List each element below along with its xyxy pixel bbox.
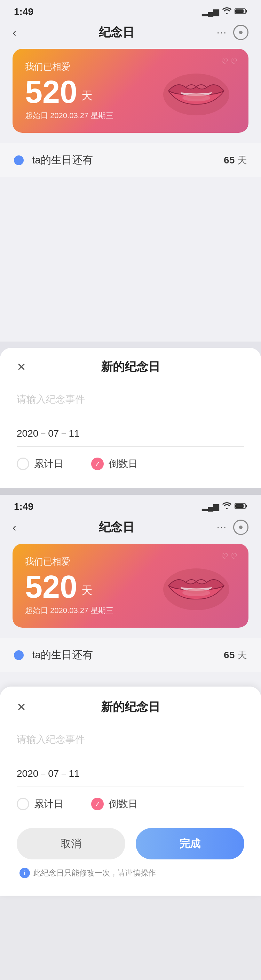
status-icons-1: ▂▄▆ xyxy=(202,7,247,17)
confirm-button[interactable]: 完成 xyxy=(136,828,244,859)
love-card-unit-2: 天 xyxy=(81,583,93,598)
info-symbol: i xyxy=(24,870,25,877)
info-icon: i xyxy=(19,868,30,878)
option-countdown-1[interactable]: ✓ 倒数日 xyxy=(91,457,138,471)
nav-actions-2: ··· xyxy=(217,520,248,535)
radio-cumulative-2 xyxy=(17,798,29,810)
svg-rect-2 xyxy=(235,10,244,13)
love-card-1: ♡ ♡ 我们已相爱 520 天 起始日 2020.03.27 星期三 xyxy=(13,49,248,133)
modal-header-1: ✕ 新的纪念日 xyxy=(17,359,244,375)
modal-sheet-1: ✕ 新的纪念日 2020－07－11 累计日 ✓ 倒数日 xyxy=(0,348,261,488)
svg-point-11 xyxy=(187,588,206,594)
list-item-right-2: 65 天 xyxy=(224,649,247,662)
status-time-1: 1:49 xyxy=(14,6,33,18)
modal-date-2[interactable]: 2020－07－11 xyxy=(17,761,244,787)
more-button-2[interactable]: ··· xyxy=(217,522,227,533)
target-inner-2 xyxy=(239,525,242,529)
nav-bar-1: ‹ 纪念日 ··· xyxy=(0,21,261,45)
footer-note-text: 此纪念日只能修改一次，请谨慎操作 xyxy=(33,868,156,878)
modal-options-2: 累计日 ✓ 倒数日 xyxy=(17,797,244,811)
modal-input-section-2 xyxy=(17,729,244,750)
list-item-left-2: ta的生日还有 xyxy=(14,648,93,662)
modal-date-1[interactable]: 2020－07－11 xyxy=(17,421,244,447)
radio-cumulative-1 xyxy=(17,458,29,470)
target-button-1[interactable] xyxy=(233,25,248,40)
svg-rect-8 xyxy=(235,504,244,508)
list-item-days-unit-2: 天 xyxy=(237,650,247,660)
close-button-2[interactable]: ✕ xyxy=(17,700,26,714)
radio-countdown-label-2: 倒数日 xyxy=(109,797,138,811)
signal-icon-2: ▂▄▆ xyxy=(202,502,219,511)
modal-options-1: 累计日 ✓ 倒数日 xyxy=(17,457,244,471)
radio-countdown-label-1: 倒数日 xyxy=(109,457,138,471)
screen1: 1:49 ▂▄▆ ‹ 纪念日 ··· ♡ ♡ 我们已相爱 520 xyxy=(0,0,261,488)
wifi-icon-2 xyxy=(222,502,232,512)
back-button-1[interactable]: ‹ xyxy=(13,26,16,39)
status-icons-2: ▂▄▆ xyxy=(202,502,247,512)
love-card-2: ♡ ♡ 我们已相爱 520 天 起始日 2020.03.27 星期三 xyxy=(13,544,248,628)
screen-divider xyxy=(0,488,261,495)
radio-countdown-2: ✓ xyxy=(91,798,104,810)
check-icon-1: ✓ xyxy=(95,460,101,468)
modal-header-2: ✕ 新的纪念日 xyxy=(17,699,244,715)
spacing xyxy=(0,673,261,687)
list-item-days-1: 65 xyxy=(224,155,234,165)
check-icon-2: ✓ xyxy=(95,800,101,808)
status-bar-2: 1:49 ▂▄▆ xyxy=(0,495,261,516)
page-title-1: 纪念日 xyxy=(99,24,134,40)
list-item-1: ta的生日还有 65 天 xyxy=(0,143,261,177)
list-item-text-2: ta的生日还有 xyxy=(32,648,93,662)
modal-title-2: 新的纪念日 xyxy=(101,699,160,715)
event-input-1[interactable] xyxy=(17,389,244,410)
svg-rect-7 xyxy=(246,504,247,508)
more-button-1[interactable]: ··· xyxy=(217,27,227,38)
cancel-button[interactable]: 取消 xyxy=(17,828,125,859)
option-cumulative-1[interactable]: 累计日 xyxy=(17,457,63,471)
battery-icon-2 xyxy=(234,502,247,511)
btn-row: 取消 完成 xyxy=(17,828,244,859)
love-card-number-1: 520 xyxy=(25,76,77,108)
target-inner-1 xyxy=(239,31,242,34)
modal-title-1: 新的纪念日 xyxy=(101,359,160,375)
modal-input-section-1 xyxy=(17,389,244,410)
list-item-right-1: 65 天 xyxy=(224,154,247,167)
status-time-2: 1:49 xyxy=(14,501,33,512)
close-button-1[interactable]: ✕ xyxy=(17,360,26,374)
radio-cumulative-label-2: 累计日 xyxy=(34,797,63,811)
nav-actions-1: ··· xyxy=(217,25,248,40)
radio-cumulative-label-1: 累计日 xyxy=(34,457,63,471)
list-item-left-1: ta的生日还有 xyxy=(14,153,93,167)
nav-bar-2: ‹ 纪念日 ··· xyxy=(0,516,261,540)
list-item-2: ta的生日还有 65 天 xyxy=(0,638,261,672)
svg-rect-1 xyxy=(246,10,247,13)
dot-circle-2 xyxy=(14,650,24,660)
love-card-unit-1: 天 xyxy=(81,88,93,103)
lips-illustration-2 xyxy=(155,554,238,617)
dot-circle-1 xyxy=(14,156,24,165)
signal-icon: ▂▄▆ xyxy=(202,7,219,16)
radio-countdown-1: ✓ xyxy=(91,458,104,470)
love-card-number-2: 520 xyxy=(25,571,77,603)
lips-illustration-1 xyxy=(155,60,238,123)
option-countdown-2[interactable]: ✓ 倒数日 xyxy=(91,797,138,811)
svg-point-5 xyxy=(187,94,206,99)
page-title-2: 纪念日 xyxy=(99,519,134,535)
list-item-days-unit-1: 天 xyxy=(237,155,247,165)
list-item-text-1: ta的生日还有 xyxy=(32,153,93,167)
modal-sheet-2: ✕ 新的纪念日 2020－07－11 累计日 ✓ 倒数日 取消 完成 xyxy=(0,687,261,896)
modal-overlay-1: ✕ 新的纪念日 2020－07－11 累计日 ✓ 倒数日 xyxy=(0,342,261,488)
wifi-icon xyxy=(222,7,232,17)
status-bar-1: 1:49 ▂▄▆ xyxy=(0,0,261,21)
screen2: 1:49 ▂▄▆ ‹ 纪念日 ··· ♡ ♡ 我们已相爱 520 xyxy=(0,495,261,896)
list-item-days-2: 65 xyxy=(224,650,234,660)
event-input-2[interactable] xyxy=(17,729,244,750)
back-button-2[interactable]: ‹ xyxy=(13,521,16,534)
target-button-2[interactable] xyxy=(233,520,248,535)
footer-note: i 此纪念日只能修改一次，请谨慎操作 xyxy=(17,868,244,878)
option-cumulative-2[interactable]: 累计日 xyxy=(17,797,63,811)
battery-icon xyxy=(234,7,247,16)
